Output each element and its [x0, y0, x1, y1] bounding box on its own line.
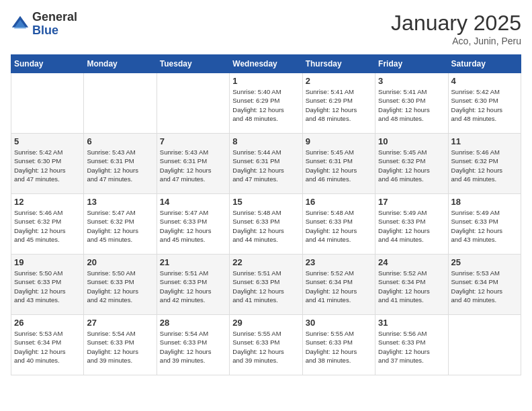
calendar-cell: 1Sunrise: 5:40 AM Sunset: 6:29 PM Daylig… — [230, 73, 302, 134]
calendar-week-row: 26Sunrise: 5:53 AM Sunset: 6:34 PM Dayli… — [11, 315, 521, 375]
calendar-cell: 6Sunrise: 5:43 AM Sunset: 6:31 PM Daylig… — [84, 134, 157, 194]
page-subtitle: Aco, Junin, Peru — [391, 36, 521, 46]
day-info: Sunrise: 5:53 AM Sunset: 6:34 PM Dayligh… — [14, 329, 81, 365]
day-info: Sunrise: 5:54 AM Sunset: 6:33 PM Dayligh… — [87, 329, 153, 365]
calendar-cell: 5Sunrise: 5:42 AM Sunset: 6:30 PM Daylig… — [11, 134, 84, 194]
calendar-cell: 13Sunrise: 5:47 AM Sunset: 6:32 PM Dayli… — [84, 194, 157, 255]
weekday-header-row: SundayMondayTuesdayWednesdayThursdayFrid… — [11, 55, 521, 73]
calendar-header: SundayMondayTuesdayWednesdayThursdayFrid… — [11, 55, 521, 73]
day-info: Sunrise: 5:42 AM Sunset: 6:30 PM Dayligh… — [14, 148, 81, 183]
page-header: General Blue January 2025 Aco, Junin, Pe… — [11, 11, 521, 46]
weekday-header-sunday: Sunday — [11, 55, 84, 73]
day-info: Sunrise: 5:46 AM Sunset: 6:32 PM Dayligh… — [451, 148, 518, 183]
calendar-cell: 25Sunrise: 5:53 AM Sunset: 6:34 PM Dayli… — [448, 255, 521, 315]
weekday-header-wednesday: Wednesday — [230, 55, 302, 73]
logo-blue-text: Blue — [32, 24, 77, 38]
calendar-cell: 10Sunrise: 5:45 AM Sunset: 6:32 PM Dayli… — [375, 134, 448, 194]
day-info: Sunrise: 5:49 AM Sunset: 6:33 PM Dayligh… — [378, 208, 445, 244]
day-info: Sunrise: 5:56 AM Sunset: 6:33 PM Dayligh… — [378, 329, 445, 365]
calendar-week-row: 5Sunrise: 5:42 AM Sunset: 6:30 PM Daylig… — [11, 134, 521, 194]
day-number: 29 — [232, 318, 299, 328]
calendar-cell: 23Sunrise: 5:52 AM Sunset: 6:34 PM Dayli… — [302, 255, 375, 315]
calendar-cell: 12Sunrise: 5:46 AM Sunset: 6:32 PM Dayli… — [11, 194, 84, 255]
day-info: Sunrise: 5:48 AM Sunset: 6:33 PM Dayligh… — [232, 208, 299, 244]
calendar-cell: 4Sunrise: 5:42 AM Sunset: 6:30 PM Daylig… — [448, 73, 521, 134]
calendar-week-row: 12Sunrise: 5:46 AM Sunset: 6:32 PM Dayli… — [11, 194, 521, 255]
day-number: 30 — [306, 318, 372, 328]
calendar-cell: 14Sunrise: 5:47 AM Sunset: 6:33 PM Dayli… — [157, 194, 229, 255]
day-number: 4 — [451, 76, 518, 86]
calendar-week-row: 1Sunrise: 5:40 AM Sunset: 6:29 PM Daylig… — [11, 73, 521, 134]
day-info: Sunrise: 5:41 AM Sunset: 6:30 PM Dayligh… — [378, 87, 445, 123]
day-number: 16 — [306, 197, 372, 207]
calendar-cell: 24Sunrise: 5:52 AM Sunset: 6:34 PM Dayli… — [375, 255, 448, 315]
day-info: Sunrise: 5:40 AM Sunset: 6:29 PM Dayligh… — [232, 87, 299, 123]
day-number: 12 — [14, 197, 81, 207]
calendar-cell: 20Sunrise: 5:50 AM Sunset: 6:33 PM Dayli… — [84, 255, 157, 315]
calendar-cell — [157, 73, 229, 134]
calendar-cell: 18Sunrise: 5:49 AM Sunset: 6:33 PM Dayli… — [448, 194, 521, 255]
day-info: Sunrise: 5:49 AM Sunset: 6:33 PM Dayligh… — [451, 208, 518, 244]
day-info: Sunrise: 5:43 AM Sunset: 6:31 PM Dayligh… — [160, 148, 226, 183]
day-number: 31 — [378, 318, 445, 328]
logo: General Blue — [11, 11, 77, 38]
day-info: Sunrise: 5:47 AM Sunset: 6:33 PM Dayligh… — [160, 208, 226, 244]
day-number: 18 — [451, 197, 518, 207]
calendar-body: 1Sunrise: 5:40 AM Sunset: 6:29 PM Daylig… — [11, 73, 521, 375]
calendar-cell: 7Sunrise: 5:43 AM Sunset: 6:31 PM Daylig… — [157, 134, 229, 194]
page-title: January 2025 — [391, 11, 521, 36]
calendar-cell — [11, 73, 84, 134]
calendar-cell: 17Sunrise: 5:49 AM Sunset: 6:33 PM Dayli… — [375, 194, 448, 255]
day-number: 1 — [232, 76, 299, 86]
logo-general-text: General — [32, 11, 77, 24]
calendar-cell: 11Sunrise: 5:46 AM Sunset: 6:32 PM Dayli… — [448, 134, 521, 194]
day-number: 24 — [378, 257, 445, 267]
day-number: 9 — [306, 136, 372, 146]
day-number: 8 — [232, 136, 299, 146]
calendar-cell: 27Sunrise: 5:54 AM Sunset: 6:33 PM Dayli… — [84, 315, 157, 375]
day-number: 10 — [378, 136, 445, 146]
day-number: 23 — [306, 257, 372, 267]
calendar-cell: 22Sunrise: 5:51 AM Sunset: 6:33 PM Dayli… — [230, 255, 302, 315]
weekday-header-friday: Friday — [375, 55, 448, 73]
day-number: 28 — [160, 318, 226, 328]
day-info: Sunrise: 5:41 AM Sunset: 6:29 PM Dayligh… — [306, 87, 372, 123]
day-number: 25 — [451, 257, 518, 267]
logo-icon — [11, 15, 30, 34]
weekday-header-tuesday: Tuesday — [157, 55, 229, 73]
title-block: January 2025 Aco, Junin, Peru — [391, 11, 521, 46]
day-info: Sunrise: 5:43 AM Sunset: 6:31 PM Dayligh… — [87, 148, 153, 183]
day-number: 27 — [87, 318, 153, 328]
day-number: 7 — [160, 136, 226, 146]
day-info: Sunrise: 5:46 AM Sunset: 6:32 PM Dayligh… — [14, 208, 81, 244]
day-info: Sunrise: 5:44 AM Sunset: 6:31 PM Dayligh… — [232, 148, 299, 183]
day-info: Sunrise: 5:45 AM Sunset: 6:31 PM Dayligh… — [306, 148, 372, 183]
day-number: 13 — [87, 197, 153, 207]
day-number: 17 — [378, 197, 445, 207]
calendar-cell: 8Sunrise: 5:44 AM Sunset: 6:31 PM Daylig… — [230, 134, 302, 194]
calendar-cell: 28Sunrise: 5:54 AM Sunset: 6:33 PM Dayli… — [157, 315, 229, 375]
calendar-week-row: 19Sunrise: 5:50 AM Sunset: 6:33 PM Dayli… — [11, 255, 521, 315]
day-number: 5 — [14, 136, 81, 146]
day-number: 6 — [87, 136, 153, 146]
day-number: 15 — [232, 197, 299, 207]
day-number: 19 — [14, 257, 81, 267]
day-info: Sunrise: 5:52 AM Sunset: 6:34 PM Dayligh… — [306, 269, 372, 304]
day-number: 26 — [14, 318, 81, 328]
day-number: 3 — [378, 76, 445, 86]
weekday-header-thursday: Thursday — [302, 55, 375, 73]
day-info: Sunrise: 5:50 AM Sunset: 6:33 PM Dayligh… — [87, 269, 153, 304]
calendar-table: SundayMondayTuesdayWednesdayThursdayFrid… — [11, 54, 521, 375]
day-info: Sunrise: 5:42 AM Sunset: 6:30 PM Dayligh… — [451, 87, 518, 123]
calendar-cell: 31Sunrise: 5:56 AM Sunset: 6:33 PM Dayli… — [375, 315, 448, 375]
calendar-cell: 15Sunrise: 5:48 AM Sunset: 6:33 PM Dayli… — [230, 194, 302, 255]
calendar-cell: 21Sunrise: 5:51 AM Sunset: 6:33 PM Dayli… — [157, 255, 229, 315]
day-info: Sunrise: 5:55 AM Sunset: 6:33 PM Dayligh… — [232, 329, 299, 365]
day-number: 2 — [306, 76, 372, 86]
calendar-cell: 30Sunrise: 5:55 AM Sunset: 6:33 PM Dayli… — [302, 315, 375, 375]
weekday-header-monday: Monday — [84, 55, 157, 73]
calendar-cell: 2Sunrise: 5:41 AM Sunset: 6:29 PM Daylig… — [302, 73, 375, 134]
calendar-cell: 26Sunrise: 5:53 AM Sunset: 6:34 PM Dayli… — [11, 315, 84, 375]
day-info: Sunrise: 5:55 AM Sunset: 6:33 PM Dayligh… — [306, 329, 372, 365]
day-number: 14 — [160, 197, 226, 207]
